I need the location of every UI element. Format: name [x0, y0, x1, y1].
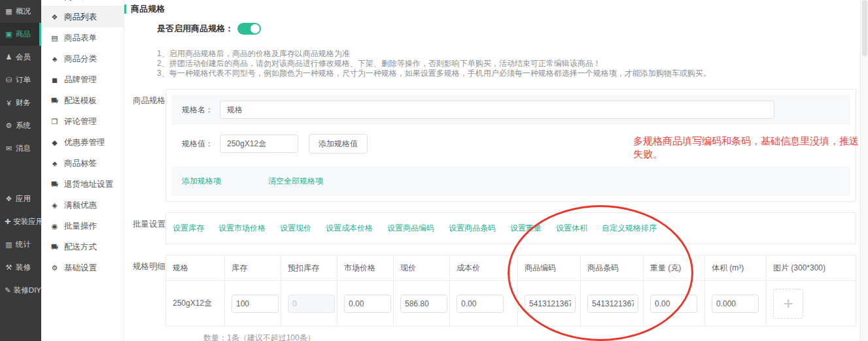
spec-tips: 1、启用商品规格后，商品的价格及库存以商品规格为准 2、拼团活动创建后的商品，请… — [157, 49, 860, 78]
sidebar-item-overview[interactable]: ▦ 概况 — [0, 0, 41, 23]
overview-icon: ▦ — [5, 7, 13, 16]
goods-code-input[interactable] — [525, 295, 576, 313]
shipping-icon: ⛟ — [50, 243, 59, 251]
submenu-item-shipping-template[interactable]: ⛟ 配送模板 — [41, 90, 124, 111]
submenu-item-full-discount[interactable]: ◈ 满额优惠 — [41, 195, 124, 216]
submenu-item-goods-tags[interactable]: ♣ 商品标签 — [41, 153, 124, 174]
col-image: 图片 (300*300) — [767, 255, 856, 281]
tip-line: 2、拼团活动创建后的商品，请勿对该商品进行修改规格、下架、删除等操作，否则影响下… — [157, 59, 860, 69]
sidebar-item-label: 商品 — [16, 29, 31, 39]
members-icon: ♟ — [5, 53, 13, 61]
col-stock: 库存 — [225, 255, 281, 281]
scrollbar[interactable] — [860, 0, 868, 341]
volume-input[interactable] — [712, 295, 759, 313]
sidebar-item-messages[interactable]: ✉ 消息 — [0, 137, 41, 160]
submenu-item-coupon-management[interactable]: ◆ 优惠券管理 — [41, 132, 124, 153]
cart-icon: ⛁ — [5, 76, 13, 84]
price-input[interactable] — [400, 295, 447, 313]
sidebar-item-label: 会员 — [16, 52, 31, 62]
batch-set-barcode-link[interactable]: 设置商品条码 — [449, 223, 496, 234]
sidebar-item-decorate[interactable]: ⚒ 装修 — [0, 256, 41, 279]
tags-icon: ♣ — [50, 159, 59, 167]
market-price-input[interactable] — [344, 295, 391, 313]
tip-line: 1、启用商品规格后，商品的价格及库存以商品规格为准 — [157, 49, 860, 59]
col-weight: 重量 (克) — [644, 255, 705, 281]
batch-set-goods-code-link[interactable]: 设置商品编码 — [387, 223, 434, 234]
spec-name-input[interactable] — [220, 101, 774, 119]
apps-icon: ❖ — [5, 195, 13, 203]
annotation-text: 多规格商品填写编码和条码，基础信息里没填，推送失败。 — [633, 135, 862, 161]
spec-detail-table: 规格 库存 预扣库存 市场价格 现价 成本价 商品编码 商品条码 重量 (克) … — [165, 255, 856, 327]
enable-spec-label: 是否启用商品规格： — [157, 23, 234, 35]
submenu-item-goods-list[interactable]: ❖ 商品列表 — [41, 7, 124, 27]
batch-set-weight-link[interactable]: 设置重量 — [510, 223, 542, 234]
weight-input[interactable] — [650, 295, 697, 313]
discount-icon: ◈ — [50, 201, 59, 210]
custom-spec-sort-link[interactable]: 自定义规格排序 — [602, 223, 657, 234]
sidebar-spacer — [0, 160, 41, 187]
return-truck-icon: ⛟ — [50, 180, 59, 188]
sidebar-item-label: 财务 — [16, 98, 31, 108]
page-title: 商品规格 — [131, 3, 165, 15]
batch-section-label: 批量设置 — [124, 212, 165, 244]
batch-icon: ◉ — [50, 222, 59, 231]
submenu-item-batch-operations[interactable]: ◉ 批量操作 — [41, 216, 124, 236]
submenu-item-goods-category[interactable]: ♣ 商品分类 — [41, 48, 124, 69]
stock-input[interactable] — [232, 295, 279, 313]
cost-price-input[interactable] — [457, 295, 504, 313]
sidebar-item-apps[interactable]: ❖ 应用 — [0, 187, 41, 210]
gear-icon: ⚙ — [5, 122, 13, 130]
submenu-partial-item[interactable]: ❖ 商品管理 — [41, 0, 124, 7]
truck-icon: ⛟ — [50, 97, 59, 105]
briefcase-icon: ◼ — [50, 76, 59, 84]
batch-set-price-link[interactable]: 设置现价 — [280, 223, 311, 234]
add-spec-value-button[interactable]: 添加规格值 — [309, 134, 368, 154]
sidebar-item-label: 安装应用 — [13, 217, 43, 227]
clear-all-spec-link[interactable]: 清空全部规格项 — [268, 176, 323, 187]
settings-gear-icon: ⚙ — [50, 264, 59, 272]
sidebar-item-decorate-diy[interactable]: ✎ 装修DIY — [0, 279, 41, 302]
sidebar-item-goods[interactable]: ▣ 商品 — [0, 23, 41, 46]
enable-spec-toggle[interactable] — [237, 23, 261, 35]
install-icon: ✚ — [5, 218, 10, 226]
comment-icon: ❐ — [50, 118, 59, 126]
sidebar-item-members[interactable]: ♟ 会员 — [0, 46, 41, 69]
cell-spec: 250gX12盒 — [166, 281, 225, 327]
yen-icon: ¥ — [5, 99, 13, 107]
spec-value-input[interactable] — [220, 135, 298, 153]
sidebar-item-label: 装修DIY — [14, 285, 41, 295]
submenu-item-basic-settings[interactable]: ⚙ 基础设置 — [41, 257, 124, 278]
sidebar-item-orders[interactable]: ⛁ 订单 — [0, 69, 41, 91]
batch-set-volume-link[interactable]: 设置体积 — [556, 223, 587, 234]
sidebar-item-label: 统计 — [16, 240, 31, 250]
col-volume: 体积 (m³) — [705, 255, 767, 281]
primary-sidebar: ▦ 概况 ▣ 商品 ♟ 会员 ⛁ 订单 ¥ 财务 ⚙ 系统 ✉ 消息 ❖ 应用 … — [0, 0, 41, 341]
col-goods-code: 商品编码 — [518, 255, 581, 281]
sidebar-item-statistics[interactable]: ▥ 统计 — [0, 233, 41, 256]
batch-set-stock-link[interactable]: 设置库存 — [173, 223, 204, 234]
sidebar-item-finance[interactable]: ¥ 财务 — [0, 91, 41, 114]
withhold-stock-input — [288, 295, 335, 313]
batch-set-market-price-link[interactable]: 设置市场价格 — [218, 223, 266, 234]
sidebar-item-system[interactable]: ⚙ 系统 — [0, 114, 41, 137]
sidebar-item-install-apps[interactable]: ✚ 安装应用 — [0, 210, 41, 233]
sitemap-icon: ♣ — [50, 55, 59, 63]
submenu-item-brand-management[interactable]: ◼ 品牌管理 — [41, 69, 124, 90]
detail-section-label: 规格明细 — [124, 255, 165, 341]
submenu-item-return-address[interactable]: ⛟ 退货地址设置 — [41, 174, 124, 195]
submenu-item-goods-form[interactable]: ▤ 商品表单 — [41, 27, 124, 48]
add-spec-item-link[interactable]: 添加规格项 — [182, 176, 221, 187]
title-accent-bar — [124, 5, 126, 14]
batch-links-box: 设置库存 设置市场价格 设置现价 设置成本价格 设置商品编码 设置商品条码 设置… — [165, 212, 856, 244]
goods-barcode-input[interactable] — [587, 295, 638, 313]
batch-set-cost-price-link[interactable]: 设置成本价格 — [326, 223, 373, 234]
sidebar-item-label: 应用 — [16, 194, 31, 204]
goods-icon: ▣ — [5, 30, 13, 39]
image-upload-button[interactable]: + — [773, 289, 803, 319]
table-row: 250gX12盒 + — [166, 281, 856, 327]
scrollbar-thumb[interactable] — [862, 0, 867, 56]
col-spec: 规格 — [166, 255, 225, 281]
submenu-item-review-management[interactable]: ❐ 评论管理 — [41, 111, 124, 132]
submenu-item-shipping-method[interactable]: ⛟ 配送方式 — [41, 236, 124, 257]
toggle-knob — [251, 24, 260, 33]
